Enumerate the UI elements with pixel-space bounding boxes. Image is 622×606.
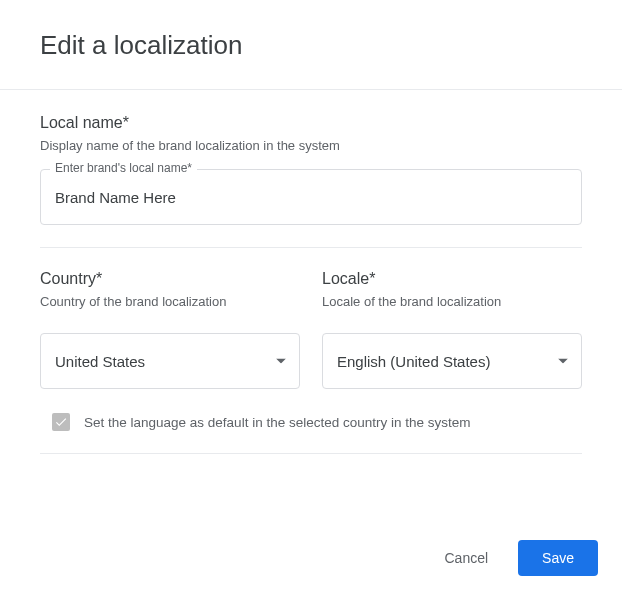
divider [40, 453, 582, 454]
country-locale-row: Country* Country of the brand localizati… [40, 270, 582, 325]
locale-value: English (United States) [337, 353, 490, 370]
locale-hint: Locale of the brand localization [322, 294, 582, 309]
country-value: United States [55, 353, 145, 370]
dialog-title: Edit a localization [40, 30, 582, 61]
dialog-body: Local name* Display name of the brand lo… [0, 90, 622, 520]
locale-group: Locale* Locale of the brand localization [322, 270, 582, 325]
save-button[interactable]: Save [518, 540, 598, 576]
check-icon [54, 415, 68, 429]
country-select[interactable]: United States [40, 333, 300, 389]
country-group: Country* Country of the brand localizati… [40, 270, 300, 325]
country-hint: Country of the brand localization [40, 294, 300, 309]
default-language-label: Set the language as default in the selec… [84, 415, 471, 430]
dialog-footer: Cancel Save [0, 520, 622, 606]
local-name-group: Local name* Display name of the brand lo… [40, 114, 582, 225]
locale-label: Locale* [322, 270, 582, 288]
local-name-label: Local name* [40, 114, 582, 132]
default-language-checkbox[interactable] [52, 413, 70, 431]
local-name-input[interactable] [40, 169, 582, 225]
edit-localization-dialog: Edit a localization Local name* Display … [0, 0, 622, 606]
country-locale-selects: United States English (United States) [40, 333, 582, 389]
local-name-hint: Display name of the brand localization i… [40, 138, 582, 153]
divider [40, 247, 582, 248]
dialog-header: Edit a localization [0, 0, 622, 90]
default-language-row: Set the language as default in the selec… [40, 413, 582, 431]
local-name-field: Enter brand's local name* [40, 169, 582, 225]
local-name-floating-label: Enter brand's local name* [50, 161, 197, 175]
cancel-button[interactable]: Cancel [434, 542, 498, 574]
locale-select[interactable]: English (United States) [322, 333, 582, 389]
country-label: Country* [40, 270, 300, 288]
